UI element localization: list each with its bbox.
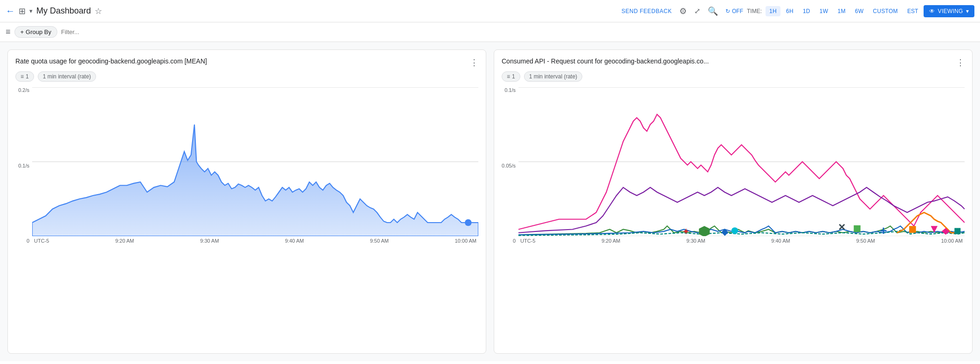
- svg-marker-16: [942, 228, 950, 235]
- svg-text:◆: ◆: [721, 226, 729, 236]
- chart-2-x-labels: UTC-5 9:20 AM 9:30 AM 9:40 AM 9:50 AM 10…: [518, 238, 965, 244]
- card-header-1: Rate quota usage for geocoding-backend.g…: [15, 57, 478, 68]
- main-content: Rate quota usage for geocoding-backend.g…: [0, 42, 980, 361]
- chart-1-y-labels: 0.2/s 0.1/s 0: [15, 87, 32, 244]
- chart-1-filter-pill[interactable]: ≡ 1: [15, 71, 34, 82]
- chart-1-wrapper: 0.2/s 0.1/s 0: [15, 87, 478, 244]
- filter-input[interactable]: [61, 28, 974, 35]
- refresh-icon: ↻: [725, 8, 730, 14]
- chart-card-2: Consumed API - Request count for geocodi…: [494, 49, 973, 354]
- time-6h-button[interactable]: 6H: [782, 6, 797, 16]
- viewing-label: VIEWING: [938, 8, 963, 14]
- chart-2-interval-pill[interactable]: 1 min interval (rate): [524, 71, 582, 82]
- chart-1-area: UTC-5 9:20 AM 9:30 AM 9:40 AM 9:50 AM 10…: [32, 87, 478, 244]
- dashboard-title-dropdown[interactable]: ▾: [29, 7, 33, 14]
- chart-2-more-icon[interactable]: ⋮: [956, 57, 965, 68]
- toolbar: ≡ + Group By: [0, 22, 980, 42]
- dashboard-icon: ⊞: [19, 6, 26, 16]
- filter-icon-2: ≡: [507, 73, 510, 80]
- y-label-mid: 0.1/s: [18, 163, 29, 168]
- group-by-label: Group By: [26, 28, 51, 35]
- chart-card-1: Rate quota usage for geocoding-backend.g…: [7, 49, 486, 354]
- auto-refresh-toggle[interactable]: ↻ OFF: [725, 8, 743, 14]
- group-by-button[interactable]: + Group By: [14, 26, 58, 38]
- y2-label-mid: 0.05/s: [502, 163, 516, 168]
- time-label: TIME:: [747, 8, 762, 14]
- header-left: ← ⊞ ▾ My Dashboard ☆: [6, 6, 618, 16]
- send-feedback-button[interactable]: SEND FEEDBACK: [621, 8, 672, 14]
- time-6w-button[interactable]: 6W: [851, 6, 868, 16]
- favorite-icon[interactable]: ☆: [95, 6, 102, 16]
- svg-text:✕: ✕: [838, 222, 846, 232]
- eye-icon: 👁: [929, 8, 935, 14]
- filter-count: 1: [26, 73, 29, 80]
- settings-icon[interactable]: ⚙: [679, 6, 687, 16]
- x2-label-950: 9:50 AM: [856, 238, 875, 244]
- interval-label: 1 min interval (rate): [43, 73, 91, 80]
- time-1h-button[interactable]: 1H: [766, 6, 780, 16]
- chart-1-title: Rate quota usage for geocoding-backend.g…: [15, 57, 207, 65]
- chart-2-filter-pill[interactable]: ≡ 1: [502, 71, 520, 82]
- interval-label-2: 1 min interval (rate): [529, 73, 577, 80]
- x2-label-1000: 10:00 AM: [941, 238, 963, 244]
- x-label-utc: UTC-5: [34, 238, 49, 244]
- x2-label-940: 9:40 AM: [771, 238, 790, 244]
- time-1m-button[interactable]: 1M: [834, 6, 849, 16]
- fullscreen-icon[interactable]: ⤢: [694, 7, 700, 15]
- header-right: TIME: 1H 6H 1D 1W 1M 6W CUSTOM EST 👁 VIE…: [747, 5, 974, 17]
- filter-icon: ≡: [21, 73, 24, 80]
- y2-label-top: 0.1/s: [504, 87, 516, 93]
- x2-label-920: 9:20 AM: [601, 238, 620, 244]
- svg-point-3: [465, 219, 472, 226]
- time-custom-button[interactable]: CUSTOM: [869, 6, 902, 16]
- header: ← ⊞ ▾ My Dashboard ☆ SEND FEEDBACK ⚙ ⤢ 🔍…: [0, 0, 980, 22]
- viewing-button[interactable]: 👁 VIEWING ▾: [924, 5, 974, 17]
- y-label-top: 0.2/s: [18, 87, 29, 93]
- back-button[interactable]: ←: [6, 6, 15, 16]
- chart-2-wrapper: 0.1/s 0.05/s 0: [502, 87, 965, 244]
- chart-2-svg: ✦ ◆ ✕ +: [518, 87, 965, 236]
- svg-rect-17: [954, 228, 960, 234]
- x-label-930: 9:30 AM: [200, 238, 219, 244]
- time-1d-button[interactable]: 1D: [799, 6, 814, 16]
- y2-label-bottom: 0: [513, 238, 516, 244]
- header-center: SEND FEEDBACK ⚙ ⤢ 🔍 ↻ OFF: [621, 6, 743, 16]
- chart-1-x-labels: UTC-5 9:20 AM 9:30 AM 9:40 AM 9:50 AM 10…: [32, 238, 478, 244]
- chart-1-more-icon[interactable]: ⋮: [470, 57, 478, 68]
- auto-refresh-label: OFF: [732, 8, 743, 14]
- x2-label-utc: UTC-5: [520, 238, 535, 244]
- svg-text:+: +: [880, 224, 887, 236]
- time-1w-button[interactable]: 1W: [816, 6, 832, 16]
- x-label-1000: 10:00 AM: [455, 238, 476, 244]
- chart-2-y-labels: 0.1/s 0.05/s 0: [502, 87, 518, 244]
- chart-1-interval-pill[interactable]: 1 min interval (rate): [38, 71, 96, 82]
- menu-icon[interactable]: ≡: [6, 27, 11, 37]
- svg-rect-12: [854, 225, 861, 232]
- card-header-2: Consumed API - Request count for geocodi…: [502, 57, 965, 68]
- search-icon[interactable]: 🔍: [708, 6, 718, 16]
- x-label-920: 9:20 AM: [115, 238, 134, 244]
- filter-count-2: 1: [512, 73, 515, 80]
- svg-rect-14: [909, 226, 916, 233]
- viewing-dropdown-icon: ▾: [966, 8, 969, 14]
- svg-point-10: [732, 227, 738, 234]
- timezone-button[interactable]: EST: [904, 6, 922, 16]
- page-title: My Dashboard: [36, 6, 91, 16]
- chart-2-area: ✦ ◆ ✕ +: [518, 87, 965, 244]
- x-label-950: 9:50 AM: [370, 238, 388, 244]
- plus-icon: +: [21, 28, 24, 35]
- y-label-bottom: 0: [27, 238, 29, 244]
- card-2-pills: ≡ 1 1 min interval (rate): [502, 71, 965, 82]
- chart-1-svg: [32, 87, 478, 236]
- x-label-940: 9:40 AM: [285, 238, 304, 244]
- card-1-pills: ≡ 1 1 min interval (rate): [15, 71, 478, 82]
- chart-2-title: Consumed API - Request count for geocodi…: [502, 57, 709, 65]
- x2-label-930: 9:30 AM: [686, 238, 705, 244]
- svg-marker-8: [699, 226, 710, 236]
- svg-text:✦: ✦: [682, 226, 690, 236]
